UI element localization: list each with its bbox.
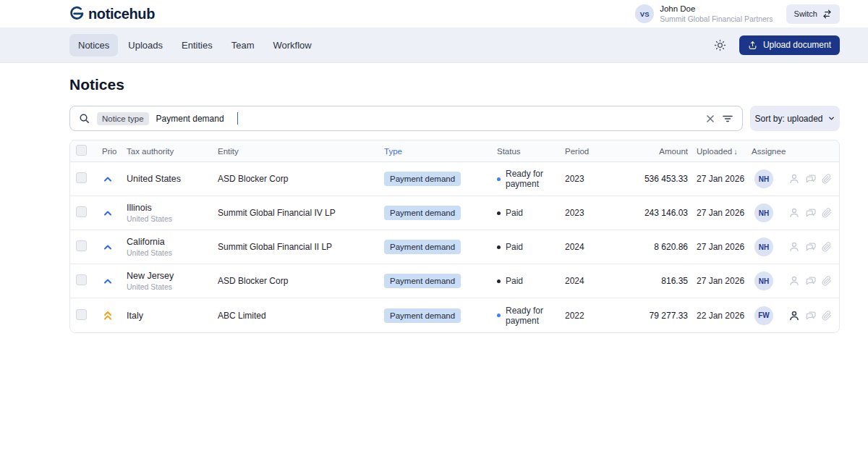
priority-cell [102,207,127,219]
table-row[interactable]: Illinois United States Summit Global Fin… [70,196,839,230]
filter-icon[interactable] [722,113,733,125]
attachment-icon[interactable] [822,242,832,252]
clear-search-icon[interactable] [706,114,715,123]
assistant-icon[interactable] [714,39,726,51]
table-row[interactable]: Italy ABC Limited Payment demand Ready f… [70,298,839,332]
account-area: VS John Doe Summit Global Financial Part… [635,4,840,24]
row-actions [786,241,833,253]
row-checkbox[interactable] [76,172,87,183]
sort-label: Sort by: uploaded [754,114,822,124]
logo-text: noticehub [88,6,155,22]
priority-cell [102,310,127,321]
column-header-assignee[interactable]: Assignee [749,147,786,156]
logo[interactable]: noticehub [69,5,155,23]
assignee-avatar[interactable]: FW [754,306,773,325]
table-row[interactable]: United States ASD Blocker Corp Payment d… [70,162,839,196]
row-select-cell [76,274,102,287]
tax-authority-name: New Jersey [127,271,218,281]
user-name: John Doe [660,4,773,14]
tax-authority-cell: New Jersey United States [127,271,218,291]
column-header-uploaded[interactable]: Uploaded↓ [688,147,749,156]
status-label: Paid [506,242,523,252]
tab-notices[interactable]: Notices [69,34,118,56]
entity-name: ASD Blocker Corp [218,174,384,184]
search-query-text: Payment demand [156,114,224,124]
entity-name: Summit Global Financial II LP [218,242,384,252]
column-header-type[interactable]: Type [384,147,497,156]
table-row[interactable]: New Jersey United States ASD Blocker Cor… [70,264,839,298]
row-checkbox[interactable] [76,309,87,320]
entity-name: ASD Blocker Corp [218,276,384,286]
column-header-amount[interactable]: Amount [610,147,688,156]
upload-document-button[interactable]: Upload document [739,35,840,55]
assignee-avatar[interactable]: NH [754,169,773,188]
sort-dropdown[interactable]: Sort by: uploaded [750,106,840,131]
assignee-avatar[interactable]: NH [754,237,773,256]
attachment-icon[interactable] [822,208,832,218]
assign-user-icon[interactable] [788,241,800,253]
status-cell: Paid [497,276,565,286]
comments-icon[interactable] [805,173,817,185]
row-actions [786,207,833,219]
column-header-prio[interactable]: Prio [102,147,127,156]
org-avatar[interactable]: VS [635,4,654,23]
assign-user-icon[interactable] [788,310,800,321]
main-content: Notices Notice type Payment demand [0,76,868,333]
table-body: United States ASD Blocker Corp Payment d… [70,162,839,332]
tax-authority-country: United States [127,282,218,291]
status-label: Paid [506,208,523,218]
prio-up-icon [102,241,114,253]
tax-authority-name: Italy [127,311,218,321]
tab-workflow[interactable]: Workflow [265,34,320,56]
comments-icon[interactable] [805,275,817,287]
switch-button[interactable]: Switch [786,4,840,24]
column-header-entity[interactable]: Entity [218,147,384,156]
attachment-icon[interactable] [822,311,832,321]
tab-entities[interactable]: Entities [173,34,221,56]
row-checkbox[interactable] [76,274,87,285]
tab-team[interactable]: Team [223,34,263,56]
assign-user-icon[interactable] [788,275,800,287]
select-all-checkbox[interactable] [76,145,87,156]
assignee-avatar[interactable]: NH [754,272,773,290]
row-checkbox[interactable] [76,240,87,251]
comments-icon[interactable] [805,207,817,219]
uploaded-header-label: Uploaded [697,147,732,156]
comments-icon[interactable] [805,241,817,253]
chevron-down-icon [827,114,835,122]
comments-icon[interactable] [805,310,817,321]
entity-name: ABC Limited [218,311,384,321]
column-header-status[interactable]: Status [497,147,565,156]
text-cursor [237,112,239,125]
toolbar: Notice type Payment demand Sort by: uplo… [69,106,840,131]
tax-authority-name: Illinois [127,203,218,213]
switch-button-label: Switch [794,9,817,18]
user-org: Summit Global Financial Partners [660,14,773,24]
assignee-avatar[interactable]: NH [754,203,773,222]
type-badge: Payment demand [384,308,461,323]
table-row[interactable]: California United States Summit Global F… [70,230,839,264]
assignee-cell: NH [749,237,786,256]
search-input[interactable]: Notice type Payment demand [69,106,743,131]
attachment-icon[interactable] [822,174,832,184]
row-select-cell [76,206,102,219]
assign-user-icon[interactable] [788,207,800,219]
tax-authority-name: California [127,237,218,247]
attachment-icon[interactable] [822,276,832,286]
row-actions [786,275,833,287]
type-badge: Payment demand [384,206,461,220]
amount-value: 536 453.33 [610,174,688,184]
tab-uploads[interactable]: Uploads [119,34,171,56]
row-actions [786,173,833,185]
logo-icon [69,5,85,23]
notice-type-filter-chip[interactable]: Notice type [97,112,149,125]
tax-authority-cell: Italy [127,311,218,321]
status-cell: Paid [497,242,565,252]
assign-user-icon[interactable] [788,173,800,185]
priority-cell [102,241,127,253]
row-checkbox[interactable] [76,206,87,217]
column-header-authority[interactable]: Tax authority [127,147,218,156]
column-header-period[interactable]: Period [565,147,610,156]
assignee-cell: NH [749,169,786,188]
entity-name: Summit Global Financial IV LP [218,208,384,218]
